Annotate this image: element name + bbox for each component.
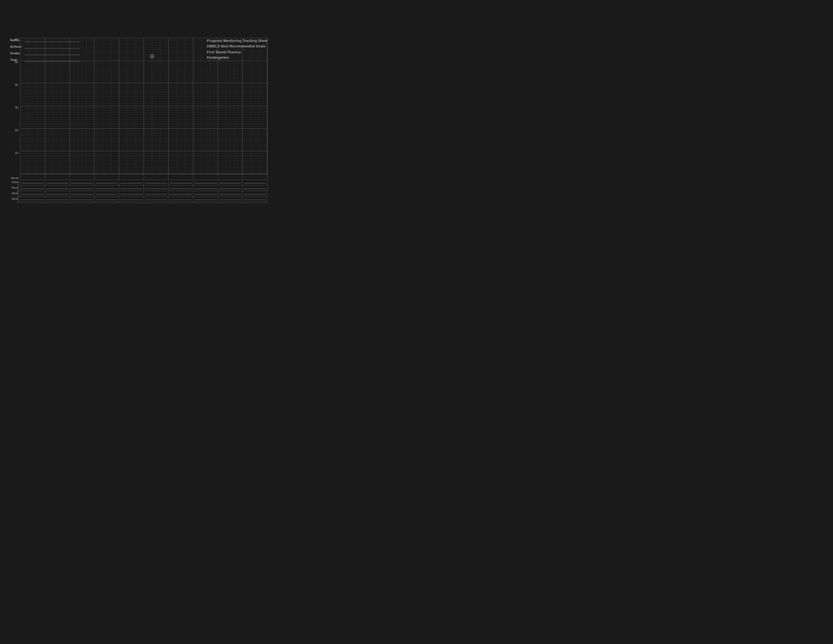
bottom-cell[interactable]	[243, 180, 267, 185]
bottom-cell[interactable]	[193, 191, 218, 196]
bottom-cell[interactable]	[45, 174, 70, 180]
grid-cell	[21, 56, 29, 59]
bottom-cell[interactable]	[169, 174, 193, 180]
grid-cell	[251, 70, 259, 72]
score-line	[195, 182, 216, 184]
bottom-cell[interactable]	[45, 191, 70, 196]
grid-cell	[193, 122, 202, 124]
grid-cell	[37, 79, 45, 81]
bottom-cell[interactable]	[144, 196, 169, 202]
grid-cell	[53, 142, 61, 145]
grid-cell	[45, 120, 53, 122]
grid-cell	[111, 74, 119, 77]
grid-cell	[210, 167, 218, 169]
bottom-cell[interactable]	[95, 185, 119, 191]
grid-cell	[78, 90, 86, 92]
grid-cell	[135, 70, 144, 72]
grid-cell	[21, 129, 29, 131]
bottom-cell[interactable]	[119, 185, 144, 191]
grid-cell	[259, 156, 267, 158]
grid-cell	[61, 45, 70, 47]
bottom-cell[interactable]	[95, 191, 119, 196]
bottom-cell[interactable]	[21, 180, 45, 185]
bottom-cell[interactable]	[70, 196, 95, 202]
bottom-cell[interactable]	[144, 180, 169, 185]
bottom-cell[interactable]	[193, 180, 218, 185]
bottom-cell[interactable]	[70, 185, 95, 191]
grid-cell	[21, 158, 29, 160]
bottom-cell[interactable]	[119, 180, 144, 185]
bottom-cell[interactable]	[21, 191, 45, 196]
bottom-cell[interactable]	[70, 191, 95, 196]
bottom-cell[interactable]	[193, 196, 218, 202]
bottom-cell[interactable]	[45, 180, 70, 185]
grid-cell	[53, 54, 61, 56]
bottom-cell[interactable]	[95, 196, 119, 202]
bottom-cell[interactable]	[144, 185, 169, 191]
grid-cell	[243, 172, 251, 174]
grid-cell	[218, 106, 226, 108]
score-line	[96, 187, 117, 189]
bottom-cell[interactable]	[218, 191, 243, 196]
bottom-cell[interactable]	[21, 185, 45, 191]
bottom-cell[interactable]	[95, 174, 119, 180]
grid-cell	[21, 50, 29, 52]
grid-cell	[243, 122, 251, 124]
grid-cell	[21, 142, 29, 145]
grid-cell	[185, 124, 193, 127]
bottom-cell[interactable]	[243, 196, 267, 202]
grid-cell	[218, 135, 226, 138]
grid-cell	[201, 92, 210, 95]
bottom-cell[interactable]	[21, 196, 45, 202]
bottom-cell[interactable]	[70, 180, 95, 185]
grid-cell	[193, 172, 202, 174]
grid-cell	[21, 131, 29, 134]
bottom-cell[interactable]	[193, 174, 218, 180]
grid-cell	[70, 165, 78, 167]
bottom-cell[interactable]	[169, 196, 193, 202]
bottom-cell[interactable]	[169, 185, 193, 191]
grid-cell	[210, 59, 218, 61]
grid-cell	[185, 108, 193, 111]
grid-cell	[45, 81, 53, 83]
bottom-cell[interactable]	[218, 180, 243, 185]
grid-cell	[61, 145, 70, 147]
bottom-cell[interactable]	[70, 174, 95, 180]
bottom-cell[interactable]	[243, 174, 267, 180]
grid-cell	[259, 54, 267, 56]
bottom-cell[interactable]	[169, 180, 193, 185]
grid-cell	[235, 68, 243, 70]
bottom-cell[interactable]	[218, 174, 243, 180]
bottom-cell[interactable]	[144, 191, 169, 196]
bottom-cell[interactable]	[243, 191, 267, 196]
bottom-cell[interactable]	[144, 174, 169, 180]
grid-cell	[127, 151, 136, 153]
bottom-cell[interactable]	[243, 185, 267, 191]
bottom-cell[interactable]	[21, 174, 45, 180]
bottom-cell[interactable]	[45, 185, 70, 191]
grid-cell	[193, 131, 202, 134]
grid-cell	[218, 167, 226, 169]
bottom-cell[interactable]	[119, 196, 144, 202]
bottom-cell[interactable]	[45, 196, 70, 202]
grid-cell	[235, 59, 243, 61]
grid-cell	[29, 90, 37, 92]
bottom-cell[interactable]	[193, 185, 218, 191]
grid-cell	[193, 145, 202, 147]
bottom-cell[interactable]	[218, 196, 243, 202]
bottom-cell[interactable]	[218, 185, 243, 191]
grid-cell	[111, 145, 119, 147]
grid-cell	[218, 99, 226, 101]
grid-cell	[111, 106, 119, 108]
grid-cell	[103, 138, 111, 140]
grid-cell	[135, 90, 144, 92]
grid-cell	[135, 118, 144, 120]
grid-cell	[127, 147, 136, 149]
grid-cell	[185, 167, 193, 169]
bottom-cell[interactable]	[119, 174, 144, 180]
grid-cell	[135, 88, 144, 90]
bottom-cell[interactable]	[95, 180, 119, 185]
grid-cell	[21, 63, 29, 65]
bottom-cell[interactable]	[169, 191, 193, 196]
bottom-cell[interactable]	[119, 191, 144, 196]
